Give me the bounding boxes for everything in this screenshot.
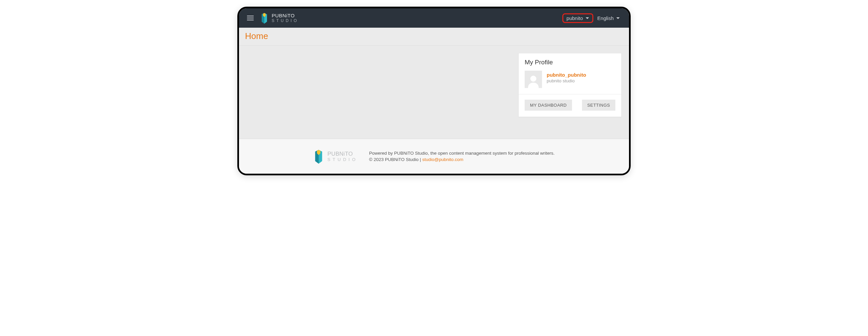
page-title: Home <box>245 31 623 41</box>
profile-card-title: My Profile <box>519 53 621 71</box>
svg-point-3 <box>530 76 536 82</box>
pubnito-logo-icon <box>260 12 268 24</box>
settings-button[interactable]: SETTINGS <box>582 100 615 111</box>
app-frame: PUBNiTO STUDIO pubnito English Home My P… <box>237 7 631 175</box>
footer: PUBNiTO STUDIO Powered by PUBNiTO Studio… <box>239 139 629 174</box>
footer-copyright-line: © 2023 PUBNiTO Studio | studio@pubnito.c… <box>369 157 555 162</box>
footer-brand-subtitle: STUDIO <box>327 157 358 162</box>
user-dropdown[interactable]: pubnito <box>562 13 593 23</box>
pubnito-logo-icon <box>313 149 324 164</box>
language-dropdown[interactable]: English <box>593 13 624 23</box>
profile-user-row: pubnito_pubnito pubnito studio <box>519 71 621 94</box>
language-dropdown-label: English <box>597 15 614 21</box>
hamburger-menu-icon[interactable] <box>244 13 256 23</box>
brand-name: PUBNiTO <box>272 13 299 18</box>
profile-org: pubnito studio <box>547 78 586 83</box>
footer-logo[interactable]: PUBNiTO STUDIO <box>313 149 358 164</box>
footer-email-link[interactable]: studio@pubnito.com <box>422 157 463 162</box>
caret-down-icon <box>586 17 589 19</box>
caret-down-icon <box>616 17 620 19</box>
footer-text: Powered by PUBNiTO Studio, the open cont… <box>369 151 555 162</box>
avatar <box>525 71 542 88</box>
brand-subtitle: STUDIO <box>272 19 299 23</box>
profile-card: My Profile pubnito_pubnito pubnito studi… <box>518 53 622 117</box>
avatar-placeholder-icon <box>526 73 541 88</box>
header-bar: PUBNiTO STUDIO pubnito English <box>239 8 629 28</box>
user-dropdown-label: pubnito <box>567 15 583 21</box>
footer-tagline: Powered by PUBNiTO Studio, the open cont… <box>369 151 555 156</box>
brand-logo[interactable]: PUBNiTO STUDIO <box>260 12 299 24</box>
content-area: My Profile pubnito_pubnito pubnito studi… <box>239 46 629 139</box>
profile-username[interactable]: pubnito_pubnito <box>547 72 586 78</box>
footer-copyright: © 2023 PUBNiTO Studio | <box>369 157 422 162</box>
my-dashboard-button[interactable]: MY DASHBOARD <box>525 100 572 111</box>
footer-brand-name: PUBNiTO <box>327 151 358 157</box>
page-title-bar: Home <box>239 28 629 46</box>
profile-actions: MY DASHBOARD SETTINGS <box>519 94 621 117</box>
